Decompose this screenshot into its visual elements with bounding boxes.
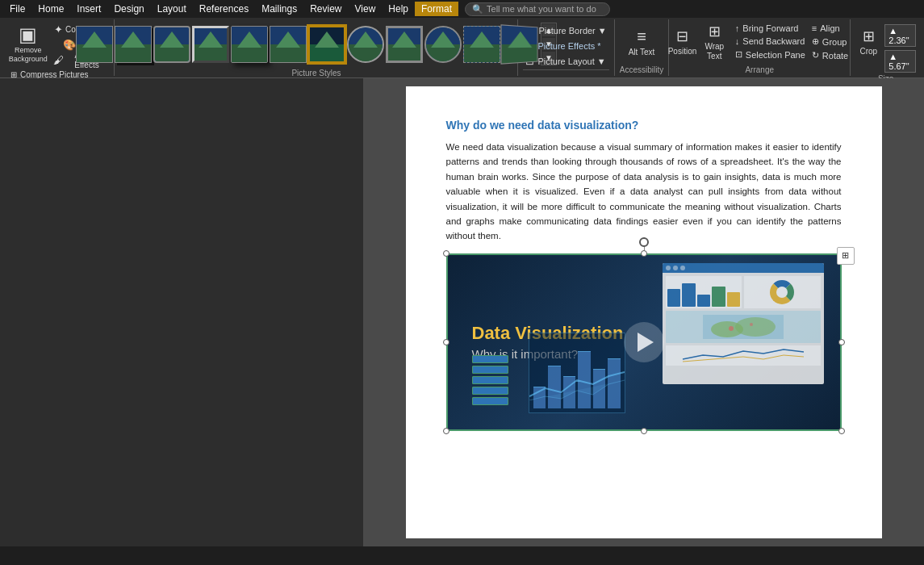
handle-mid-right[interactable] [838,339,845,345]
arrange-stack2: ≡ Align ⊕ Group ↻ Rotate [809,21,851,61]
menu-insert[interactable]: Insert [70,2,107,16]
menu-file[interactable]: File [3,2,31,16]
rotate-button[interactable]: ↻ Rotate [809,49,851,61]
server-4 [472,387,508,395]
play-button[interactable] [624,322,664,362]
handle-top-center[interactable] [641,250,647,257]
style-thumb-3[interactable] [153,26,190,63]
crop-button[interactable]: ⊞ Crop [855,21,881,63]
menu-design[interactable]: Design [107,2,150,16]
bring-label: Bring Forward [742,23,798,33]
align-button[interactable]: ≡ Align [809,23,851,34]
layout-icon-doc[interactable]: ⊞ [837,247,855,265]
menu-format[interactable]: Format [415,2,458,16]
rotate-icon: ↻ [812,50,819,61]
server-1 [472,355,508,363]
send-icon: ↓ [735,36,740,46]
crop-icon: ⊞ [863,27,875,45]
dashboard-bar [663,263,824,273]
style-thumb-5[interactable] [231,26,268,63]
arrange-stack: ↑ Bring Forward ↓ Send Backward ⊡ Select… [733,21,808,61]
dash-b4 [712,287,725,307]
menu-layout[interactable]: Layout [151,2,193,16]
document-canvas[interactable]: Why do we need data visualization? We ne… [363,78,924,546]
wrap-text-button[interactable]: ⊞ Wrap Text [698,21,731,63]
dash-b2 [682,283,696,307]
dash-line-row [666,345,821,366]
ribbon: ▣ RemoveBackground ✦ Corrections 🎨 Color… [0,18,924,78]
bring-icon: ↑ [735,23,740,33]
style-thumb-1[interactable] [76,26,113,63]
menu-help[interactable]: Help [382,2,415,16]
size-group: ⊞ Crop ▲ 2.36" ▲ 5.67" Size [851,19,921,76]
picture-layout-label: Picture Layout ▼ [537,56,605,66]
wrap-label: Wrap Text [701,42,728,61]
menu-home[interactable]: Home [31,2,70,16]
left-panel [0,78,363,546]
search-icon: 🔍 [472,4,483,15]
dashboard-content [663,273,824,369]
style-thumb-12[interactable] [500,24,537,64]
image-inner: Data Visualization Why is it important? [448,255,840,429]
search-box[interactable]: 🔍 Tell me what you want to do [465,2,610,16]
accessibility-label: Accessibility [620,65,663,76]
image-container[interactable]: ⊞ Data Visualization Why is it important… [446,253,842,431]
arrange-buttons: ⊟ Position ⊞ Wrap Text ↑ Bring Forward ↓… [668,19,851,65]
style-thumb-9[interactable] [386,26,423,63]
handle-top-left[interactable] [443,250,449,257]
height-field[interactable]: ▲ 2.36" [884,24,916,47]
svg-point-4 [750,323,753,326]
picture-effects-label: Picture Effects * [537,41,600,51]
ribbon-content: ▣ RemoveBackground ✦ Corrections 🎨 Color… [0,18,924,77]
dash-bar-chart [666,276,742,308]
handle-mid-left[interactable] [443,339,449,345]
bring-forward-button[interactable]: ↑ Bring Forward [733,23,808,34]
width-field[interactable]: ▲ 5.67" [884,50,916,73]
server-2 [472,366,508,374]
menu-view[interactable]: View [349,2,383,16]
style-thumb-7-selected[interactable] [308,26,345,63]
style-thumb-11[interactable] [463,26,500,63]
position-label: Position [668,47,697,56]
handle-bot-right[interactable] [838,428,845,434]
handle-bot-center[interactable] [641,428,647,434]
rotate-handle[interactable] [639,237,649,247]
remove-background-button[interactable]: ▣ RemoveBackground [8,21,48,68]
style-thumb-8[interactable] [347,26,384,63]
style-thumb-6[interactable] [270,26,307,63]
send-backward-button[interactable]: ↓ Send Backward [733,36,808,47]
arrange-group: ⊟ Position ⊞ Wrap Text ↑ Bring Forward ↓… [669,19,851,76]
alt-text-icon: ≡ [637,27,646,46]
group-button[interactable]: ⊕ Group [809,36,851,48]
chart-area [529,333,625,413]
remove-bg-label: RemoveBackground [9,46,48,64]
handle-bot-left[interactable] [443,428,449,434]
accessibility-group: ≡ Alt Text Accessibility [615,19,669,76]
menu-review[interactable]: Review [303,2,348,16]
document-area: Why do we need data visualization? We ne… [0,78,924,546]
width-label: ▲ 5.67" [888,52,912,71]
dash-dot-1 [666,266,671,270]
menu-references[interactable]: References [193,2,255,16]
style-thumbnails-container: ▲ ▼ ▼ [76,19,557,69]
align-label: Align [820,23,839,33]
dashboard-mockup [663,263,824,384]
style-thumb-10[interactable] [424,26,462,63]
dash-map [666,311,821,343]
selection-label: Selection Pane [746,50,805,60]
alt-text-btn-container: ≡ Alt Text [625,19,659,65]
arrange-group-label: Arrange [745,65,774,76]
menu-mailings[interactable]: Mailings [255,2,303,16]
style-thumb-2[interactable] [115,26,152,63]
document-heading: Why do we need data visualization? [446,119,842,132]
selection-icon: ⊡ [735,49,742,60]
position-button[interactable]: ⊟ Position [668,21,696,63]
alt-text-button[interactable]: ≡ Alt Text [625,22,659,64]
selection-pane-button[interactable]: ⊡ Selection Pane [733,48,808,61]
rotate-label: Rotate [822,51,848,61]
style-thumb-4[interactable] [192,26,229,63]
dash-b5 [727,292,741,307]
embedded-image[interactable]: Data Visualization Why is it important? [446,253,842,431]
size-buttons: ⊞ Crop ▲ 2.36" ▲ 5.67" [855,19,916,74]
dash-b3 [697,295,711,306]
